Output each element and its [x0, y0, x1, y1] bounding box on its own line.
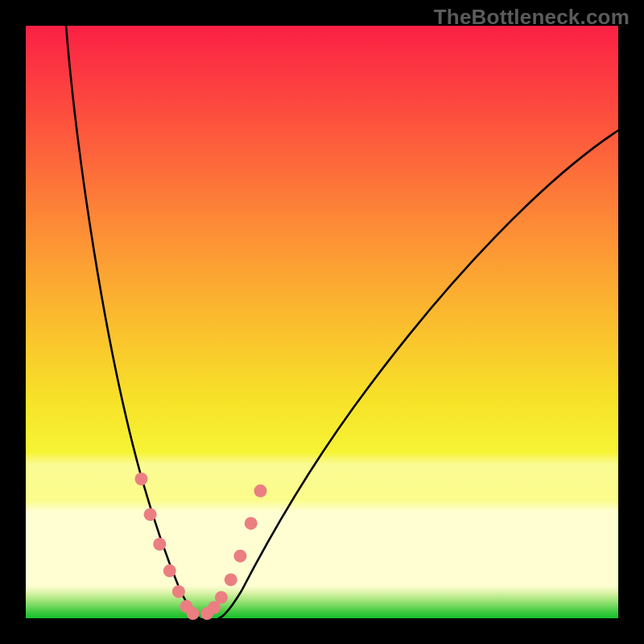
marker-dot	[187, 607, 200, 620]
bottleneck-chart	[0, 0, 644, 644]
watermark: TheBottleneck.com	[434, 5, 630, 30]
marker-dot	[135, 473, 148, 485]
marker-dot	[172, 585, 185, 598]
plot-bg	[26, 26, 618, 618]
marker-dot	[254, 485, 267, 497]
marker-dot	[225, 573, 237, 586]
marker-dot	[163, 564, 176, 577]
marker-dot	[245, 517, 258, 530]
marker-dot	[215, 591, 228, 604]
marker-dot	[233, 550, 246, 563]
marker-dot	[144, 508, 157, 521]
marker-dot	[153, 538, 166, 551]
